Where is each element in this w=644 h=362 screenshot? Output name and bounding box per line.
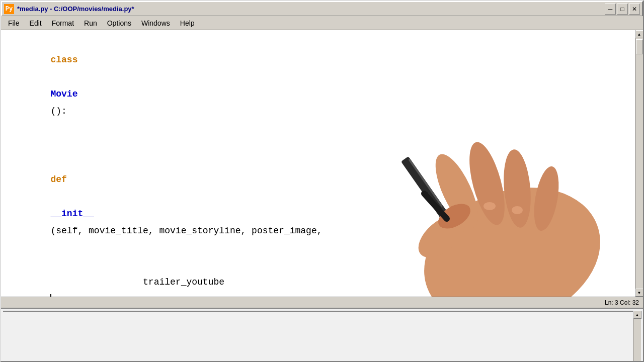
scrollbar-vertical-top[interactable]: ▲ ▼	[635, 30, 643, 297]
window-title: *media.py - C:/OOP/movies/media.py*	[17, 5, 134, 13]
scroll-down-arrow[interactable]: ▼	[635, 289, 643, 297]
menu-run[interactable]: Run	[79, 17, 102, 29]
bottom-panel[interactable]: ▲ ▼ Ln: 4 Col: 0	[1, 308, 643, 362]
status-bar-top: Ln: 3 Col: 32	[1, 297, 643, 308]
restore-button[interactable]: □	[617, 4, 628, 15]
code-line-3: trailer_youtube ):	[7, 256, 629, 297]
menu-bar: File Edit Format Run Options Windows Hel…	[1, 16, 643, 30]
scrollbar-vertical-bottom[interactable]: ▲ ▼	[633, 311, 641, 362]
code-line-2: def __init__ (self, movie_title, movie_s…	[7, 137, 629, 256]
code-line-1: class Movie ():	[7, 34, 629, 137]
app-icon: Py	[4, 4, 14, 14]
close-button[interactable]: ✕	[629, 4, 640, 15]
bottom-editor[interactable]	[3, 311, 641, 312]
scroll-thumb-top[interactable]	[636, 39, 643, 54]
cursor-position-top: Ln: 3 Col: 32	[605, 299, 639, 306]
scroll-up-arrow-bottom[interactable]: ▲	[633, 311, 641, 319]
menu-file[interactable]: File	[3, 17, 25, 29]
code-editor-top[interactable]: class Movie (): def __init__ (self, movi…	[1, 30, 635, 297]
menu-edit[interactable]: Edit	[25, 17, 47, 29]
text-cursor	[50, 294, 51, 297]
menu-format[interactable]: Format	[47, 17, 79, 29]
scroll-up-arrow[interactable]: ▲	[635, 30, 643, 38]
window-controls[interactable]: ─ □ ✕	[605, 4, 640, 15]
editor-top[interactable]: class Movie (): def __init__ (self, movi…	[1, 30, 643, 297]
title-bar-left: Py *media.py - C:/OOP/movies/media.py*	[4, 4, 134, 14]
menu-help[interactable]: Help	[175, 17, 200, 29]
menu-windows[interactable]: Windows	[136, 17, 175, 29]
minimize-button[interactable]: ─	[605, 4, 616, 15]
menu-options[interactable]: Options	[102, 17, 136, 29]
main-window: Py *media.py - C:/OOP/movies/media.py* ─…	[0, 0, 644, 362]
title-bar: Py *media.py - C:/OOP/movies/media.py* ─…	[1, 1, 643, 16]
